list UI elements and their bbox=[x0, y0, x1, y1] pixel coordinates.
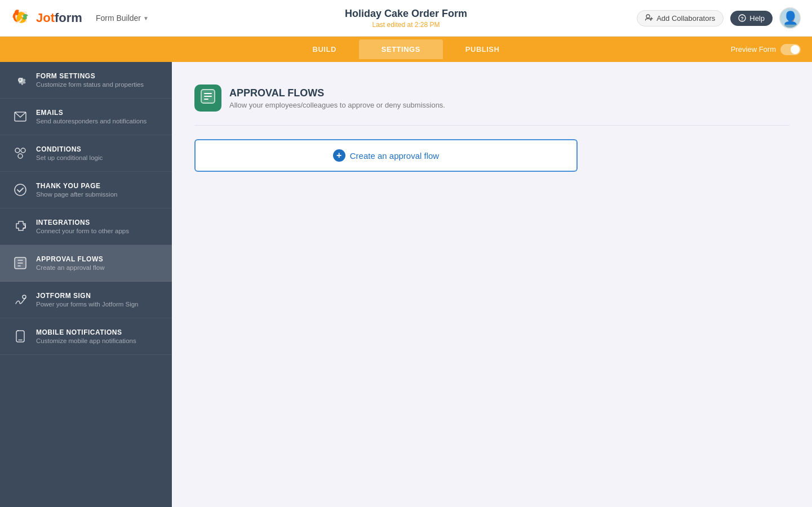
sidebar-desc-thank-you-page: Show page after submission bbox=[36, 191, 117, 198]
sidebar-desc-emails: Send autoresponders and notifications bbox=[36, 118, 147, 124]
svg-point-7 bbox=[787, 12, 795, 21]
avatar[interactable] bbox=[779, 7, 801, 29]
chevron-down-icon: ▼ bbox=[143, 15, 149, 21]
gear-icon bbox=[14, 73, 27, 87]
preview-form-toggle-track[interactable] bbox=[780, 44, 801, 55]
sidebar-label-integrations: INTEGRATIONS bbox=[36, 219, 129, 226]
svg-point-14 bbox=[15, 184, 26, 195]
section-title: APPROVAL FLOWS bbox=[229, 87, 445, 99]
section-subtitle: Allow your employees/colleagues to appro… bbox=[229, 101, 445, 109]
section-header-text: APPROVAL FLOWS Allow your employees/coll… bbox=[229, 87, 445, 109]
sidebar-label-emails: EMAILS bbox=[36, 109, 147, 117]
sidebar-text-form-settings: FORM SETTINGS Customize form status and … bbox=[36, 72, 144, 88]
sidebar-item-form-settings[interactable]: FORM SETTINGS Customize form status and … bbox=[0, 62, 172, 99]
sidebar-item-jotform-sign[interactable]: JOTFORM SIGN Power your forms with Jotfo… bbox=[0, 282, 172, 318]
sidebar-desc-form-settings: Customize form status and properties bbox=[36, 81, 144, 88]
svg-text:?: ? bbox=[741, 16, 744, 21]
help-button[interactable]: ? Help bbox=[730, 11, 773, 26]
main-content: APPROVAL FLOWS Allow your employees/coll… bbox=[172, 62, 812, 507]
svg-point-1 bbox=[646, 15, 650, 18]
sidebar-desc-mobile-notifications: Customize mobile app notifications bbox=[36, 337, 136, 344]
section-header: APPROVAL FLOWS Allow your employees/coll… bbox=[194, 84, 789, 112]
sidebar-text-thank-you-page: THANK YOU PAGE Show page after submissio… bbox=[36, 182, 117, 198]
sidebar-item-emails[interactable]: EMAILS Send autoresponders and notificat… bbox=[0, 99, 172, 135]
puzzle-icon bbox=[14, 220, 27, 233]
logo-text: Jotform bbox=[36, 11, 82, 25]
add-collaborators-label: Add Collaborators bbox=[656, 14, 715, 23]
sidebar-label-jotform-sign: JOTFORM SIGN bbox=[36, 292, 139, 300]
sidebar-text-mobile-notifications: MOBILE NOTIFICATIONS Customize mobile ap… bbox=[36, 328, 136, 344]
mobile-icon bbox=[14, 330, 27, 343]
sidebar-label-thank-you-page: THANK YOU PAGE bbox=[36, 182, 117, 190]
preview-form-label: Preview Form bbox=[731, 45, 776, 54]
plus-circle-icon: + bbox=[333, 149, 345, 162]
svg-point-13 bbox=[18, 154, 23, 158]
section-divider bbox=[194, 125, 789, 126]
header-right: Add Collaborators ? Help bbox=[637, 7, 801, 29]
last-edited-text: Last edited at 2:28 PM bbox=[345, 21, 467, 29]
checkmark-circle-icon bbox=[14, 183, 27, 197]
sidebar-item-integrations[interactable]: INTEGRATIONS Connect your form to other … bbox=[0, 208, 172, 245]
header: Jotform Form Builder ▼ Holiday Cake Orde… bbox=[0, 0, 812, 37]
sidebar-item-approval-flows[interactable]: APPROVAL FLOWS Create an approval flow bbox=[0, 245, 172, 282]
sidebar-text-jotform-sign: JOTFORM SIGN Power your forms with Jotfo… bbox=[36, 292, 139, 308]
help-label: Help bbox=[749, 14, 765, 23]
sidebar-desc-integrations: Connect your form to other apps bbox=[36, 228, 129, 234]
user-plus-icon bbox=[645, 14, 653, 22]
sidebar-text-integrations: INTEGRATIONS Connect your form to other … bbox=[36, 219, 129, 234]
approval-flows-section-icon bbox=[194, 84, 221, 112]
sidebar-label-approval-flows: APPROVAL FLOWS bbox=[36, 255, 104, 263]
form-title: Holiday Cake Order Form bbox=[345, 8, 467, 20]
sidebar-item-conditions[interactable]: CONDITIONS Set up conditional logic bbox=[0, 135, 172, 172]
sidebar-label-conditions: CONDITIONS bbox=[36, 145, 103, 153]
nav-tabs: BUILD SETTINGS PUBLISH bbox=[290, 39, 522, 59]
preview-form-toggle: Preview Form bbox=[731, 44, 801, 55]
sidebar-desc-approval-flows: Create an approval flow bbox=[36, 264, 104, 271]
svg-point-11 bbox=[15, 148, 20, 153]
nav-bar: BUILD SETTINGS PUBLISH Preview Form bbox=[0, 37, 812, 62]
add-collaborators-button[interactable]: Add Collaborators bbox=[637, 10, 724, 26]
sign-icon bbox=[14, 293, 27, 306]
logo: Jotform bbox=[11, 8, 82, 28]
create-flow-label: Create an approval flow bbox=[350, 151, 439, 161]
sidebar-desc-jotform-sign: Power your forms with Jotform Sign bbox=[36, 301, 139, 308]
tab-build[interactable]: BUILD bbox=[290, 39, 359, 59]
sidebar-desc-conditions: Set up conditional logic bbox=[36, 154, 103, 161]
preview-form-toggle-thumb bbox=[791, 45, 800, 54]
svg-point-19 bbox=[23, 295, 26, 299]
conditions-icon bbox=[14, 146, 27, 160]
sidebar-text-conditions: CONDITIONS Set up conditional logic bbox=[36, 145, 103, 161]
sidebar-label-form-settings: FORM SETTINGS bbox=[36, 72, 144, 80]
help-circle-icon: ? bbox=[738, 14, 746, 22]
tab-publish[interactable]: PUBLISH bbox=[443, 39, 522, 59]
svg-point-8 bbox=[784, 22, 798, 29]
svg-point-9 bbox=[788, 13, 795, 20]
form-builder-button[interactable]: Form Builder ▼ bbox=[91, 11, 153, 25]
logo-icon bbox=[11, 8, 32, 28]
layout: FORM SETTINGS Customize form status and … bbox=[0, 62, 812, 507]
approval-flows-main-icon bbox=[201, 89, 215, 107]
email-icon bbox=[14, 110, 27, 123]
sidebar-text-emails: EMAILS Send autoresponders and notificat… bbox=[36, 109, 147, 124]
header-center: Holiday Cake Order Form Last edited at 2… bbox=[345, 8, 467, 29]
tab-settings[interactable]: SETTINGS bbox=[359, 39, 443, 59]
avatar-image bbox=[780, 8, 800, 28]
sidebar-label-mobile-notifications: MOBILE NOTIFICATIONS bbox=[36, 328, 136, 336]
create-approval-flow-button[interactable]: + Create an approval flow bbox=[194, 139, 578, 172]
form-builder-label: Form Builder bbox=[96, 14, 141, 23]
header-left: Jotform Form Builder ▼ bbox=[11, 8, 153, 28]
approval-flows-icon bbox=[14, 256, 27, 270]
sidebar-text-approval-flows: APPROVAL FLOWS Create an approval flow bbox=[36, 255, 104, 271]
sidebar: FORM SETTINGS Customize form status and … bbox=[0, 62, 172, 507]
sidebar-item-mobile-notifications[interactable]: MOBILE NOTIFICATIONS Customize mobile ap… bbox=[0, 318, 172, 355]
svg-point-12 bbox=[21, 148, 25, 153]
sidebar-item-thank-you-page[interactable]: THANK YOU PAGE Show page after submissio… bbox=[0, 172, 172, 208]
